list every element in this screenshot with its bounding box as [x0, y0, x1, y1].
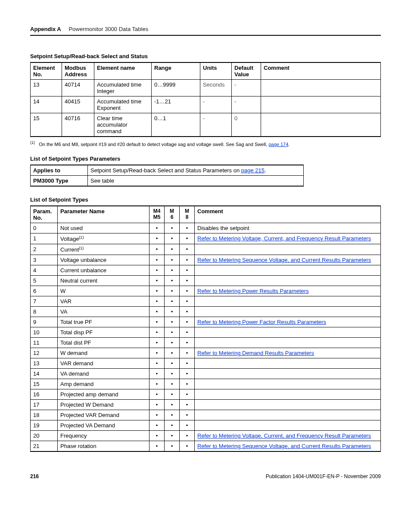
table-cell: • — [149, 244, 165, 255]
comment-link[interactable]: Refer to Metering Voltage, Current, and … — [197, 235, 371, 242]
table-cell: 40714 — [62, 80, 94, 96]
table-cell — [195, 307, 381, 317]
pm3000-type-key: PM3000 Type — [31, 175, 88, 186]
th-element-no: Element No. — [31, 62, 62, 80]
table-cell: Accumulated time Integer — [94, 80, 152, 96]
table-cell: Total disp PF — [58, 327, 149, 338]
page-footer: 216 Publication 1404-UM001F-EN-P - Novem… — [30, 473, 381, 479]
setpoint-params-table: Applies to Setpoint Setup/Read-back Sele… — [30, 165, 304, 187]
table-cell: • — [180, 400, 195, 410]
table-cell: Refer to Metering Voltage, Current, and … — [195, 233, 381, 244]
table-cell: • — [165, 431, 180, 441]
footnote-marker: (1) — [30, 140, 35, 145]
table-cell: • — [149, 410, 165, 420]
table-cell: • — [165, 400, 180, 410]
table-cell: Projected VA Demand — [58, 420, 149, 431]
table-cell: • — [165, 255, 180, 265]
table-cell: 15 — [31, 379, 58, 389]
table-cell: • — [165, 244, 180, 255]
table-cell: • — [180, 286, 195, 296]
table-cell: • — [180, 338, 195, 348]
table-cell: • — [165, 276, 180, 286]
footnote-link[interactable]: page 174 — [268, 142, 288, 147]
th-modbus: Modbus Address — [62, 62, 94, 80]
table-cell: • — [149, 327, 165, 338]
table-cell: • — [180, 420, 195, 431]
table-cell: • — [149, 348, 165, 358]
table-cell: VAR — [58, 296, 149, 307]
table-cell — [195, 420, 381, 431]
table1-footnote: (1) On the M6 and M8, setpoint #19 and #… — [30, 140, 381, 147]
table1-title: Setpoint Setup/Read-back Select and Stat… — [30, 53, 381, 59]
table-cell: Current(1) — [58, 244, 149, 255]
table-cell: Total true PF — [58, 317, 149, 327]
table-cell: 40415 — [62, 96, 94, 113]
table-cell: • — [165, 379, 180, 389]
comment-link[interactable]: Refer to Metering Demand Results Paramet… — [197, 350, 314, 356]
table-cell: - — [232, 96, 261, 113]
table-cell: • — [180, 441, 195, 452]
header-title: Powermonitor 3000 Data Tables — [68, 26, 148, 32]
table-cell: Refer to Metering Voltage, Current, and … — [195, 431, 381, 441]
table-cell: Refer to Metering Sequence Voltage, and … — [195, 441, 381, 452]
table-cell: • — [165, 296, 180, 307]
table-cell: Phase rotation — [58, 441, 149, 452]
table-cell: Neutral current — [58, 276, 149, 286]
applies-to-link[interactable]: page 215 — [241, 167, 265, 174]
table-cell: W — [58, 286, 149, 296]
table-cell: • — [180, 296, 195, 307]
th-range: Range — [152, 62, 200, 80]
table-cell: • — [149, 431, 165, 441]
table-cell: • — [180, 233, 195, 244]
comment-link[interactable]: Refer to Metering Power Results Paramete… — [197, 288, 309, 294]
table-cell: • — [165, 233, 180, 244]
table-cell: W demand — [58, 348, 149, 358]
table-cell: 15 — [31, 113, 62, 137]
table-cell: Projected VAR Demand — [58, 410, 149, 420]
comment-link[interactable]: Refer to Metering Sequence Voltage, and … — [197, 443, 371, 449]
table-cell: 17 — [31, 400, 58, 410]
th-m6: M6 — [165, 206, 180, 223]
table-cell: Disables the setpoint — [195, 223, 381, 233]
table-cell: • — [180, 244, 195, 255]
table-cell: • — [149, 276, 165, 286]
table-cell — [195, 327, 381, 338]
comment-link[interactable]: Refer to Metering Voltage, Current, and … — [197, 432, 371, 439]
table-cell: • — [165, 338, 180, 348]
th-default: Default Value — [232, 62, 261, 80]
table-cell: • — [165, 410, 180, 420]
table-cell — [195, 379, 381, 389]
table-cell — [261, 80, 381, 96]
table-cell: 16 — [31, 389, 58, 400]
table-cell: Amp demand — [58, 379, 149, 389]
table-cell: Refer to Metering Sequence Voltage, and … — [195, 255, 381, 265]
table-cell: 8 — [31, 307, 58, 317]
table-cell: • — [165, 441, 180, 452]
footnote-post: . — [288, 142, 290, 147]
th-param-name: Parameter Name — [58, 206, 149, 223]
table-cell: • — [165, 286, 180, 296]
table-cell: • — [180, 327, 195, 338]
table-cell: • — [149, 233, 165, 244]
th-m8: M8 — [180, 206, 195, 223]
table-cell: • — [180, 369, 195, 379]
setpoint-status-table: Element No. Modbus Address Element name … — [30, 62, 381, 137]
table-cell: 1 — [31, 233, 58, 244]
table-cell: 12 — [31, 348, 58, 358]
table-cell: Refer to Metering Power Factor Results P… — [195, 317, 381, 327]
table-cell: • — [180, 379, 195, 389]
page-number: 216 — [30, 473, 39, 479]
table-cell: • — [165, 348, 180, 358]
table-cell: 2 — [31, 244, 58, 255]
table-cell: 19 — [31, 420, 58, 431]
table-cell: • — [165, 223, 180, 233]
comment-link[interactable]: Refer to Metering Power Factor Results P… — [197, 319, 326, 325]
table-cell: 11 — [31, 338, 58, 348]
table-cell — [261, 96, 381, 113]
table-cell — [195, 358, 381, 369]
table-cell: • — [149, 338, 165, 348]
table-cell: • — [149, 307, 165, 317]
table-cell: - — [200, 113, 232, 137]
comment-link[interactable]: Refer to Metering Sequence Voltage, and … — [197, 257, 371, 263]
table-cell: • — [165, 265, 180, 276]
